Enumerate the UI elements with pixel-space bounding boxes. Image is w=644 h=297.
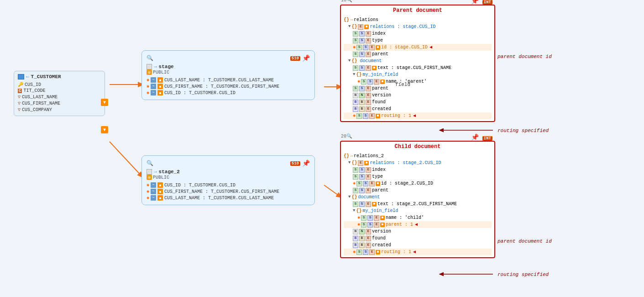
stage1-icon <box>147 64 152 69</box>
star6: ✱ <box>147 195 149 201</box>
filter-icon-1[interactable]: ▼ <box>101 99 108 106</box>
parent-routing: ✱ S S E ■ routing : 1 ◀ <box>344 112 492 119</box>
stage2-num-badge: 510 <box>290 161 300 166</box>
parent-relations-root: {} → relations <box>344 16 492 23</box>
stage1-box: 🔍 510 📌 → stage ⚙ PUBLIC ✱ ~ ■ CUS_LAST_… <box>141 50 315 100</box>
parent-type: S S E type <box>344 37 492 44</box>
child-type: S S E type <box>344 173 492 180</box>
field-label: field <box>395 82 410 87</box>
parent-doc-panel: Parent document 10🔍 📌 INT {} → relations… <box>340 5 495 122</box>
search-icon-stage1: 🔍 <box>147 55 153 62</box>
child-found: B B E found <box>344 235 492 242</box>
stage2-schema: ⚙ PUBLIC <box>147 175 310 180</box>
child-my-join-field: ▼ {} my_join_field <box>344 207 492 214</box>
parent-index: S S E index <box>344 30 492 37</box>
tilde6: ~ <box>151 195 156 201</box>
child-relations-node: ▼ {} E ■ relations : stage_2.CUS_ID <box>344 159 492 166</box>
stage1-schema: ⚙ PUBLIC <box>147 69 310 75</box>
v-icon1: ▽ <box>18 94 21 100</box>
child-doc-panel: Child document 20🔍 📌 INT {} → relations_… <box>340 141 495 258</box>
table-name: T_CUSTOMER <box>31 74 61 80</box>
parent-parent2: S S E parent <box>344 85 492 92</box>
stage1-title: → stage <box>147 64 310 69</box>
tilde5: ~ <box>151 189 156 194</box>
stage2-icon <box>147 169 152 175</box>
stage2-field-3: ✱ ~ ■ CUS_LAST_NAME : T_CUSTOMER.CUS_LAS… <box>147 195 310 201</box>
parent-document-node: ▼ {} document <box>344 58 492 64</box>
stage2-box: 🔍 510 📌 → stage_2 ⚙ PUBLIC ✱ ~ ■ CUS_ID … <box>141 155 315 205</box>
table-header: ← T_CUSTOMER <box>18 74 101 80</box>
parent-num: 10🔍 <box>341 0 352 3</box>
child-parent-id: ✱ S S E ■ parent : 1 ◀ <box>344 221 492 228</box>
stage2-field-1: ✱ ~ ■ CUS_ID : T_CUSTOMER.CUS_ID <box>147 182 310 188</box>
child-routing: ✱ S S E ■ routing : 1 ◀ <box>344 249 492 255</box>
tcustomer-table: ← T_CUSTOMER 🔑 CUS_ID C TIT_CODE ▽ CUS_L… <box>14 71 105 116</box>
child-text: S S E ■ text : stage_2.CUS_FIRST_NAME <box>344 201 492 207</box>
col-tit-code: C TIT_CODE <box>18 88 101 94</box>
col-cus-id: 🔑 CUS_ID <box>18 81 101 88</box>
tilde1: ~ <box>151 77 156 83</box>
child-name-field: ✱ S S E ■ name : 'child' <box>344 214 492 221</box>
pin-icon-parent: 📌 <box>471 0 479 5</box>
annotation-routing-2: routing specified <box>497 272 549 277</box>
col-cus-last-name: ▽ CUS_LAST_NAME <box>18 94 101 100</box>
parent-text: S S E ■ text : stage.CUS_FIRST_NAME <box>344 64 492 71</box>
parent-name-field: ✱ S S E ■ name : 'parent' <box>344 78 492 85</box>
col-cus-first-name: ▽ CUS_FIRST_NAME <box>18 100 101 106</box>
stage1-field-2: ✱ ~ ■ CUS_FIRST_NAME : T_CUSTOMER.CUS_FI… <box>147 83 310 90</box>
child-doc-title: Child document <box>344 143 492 150</box>
obox3: ■ <box>157 90 163 95</box>
tilde4: ~ <box>151 182 156 188</box>
schema-icon1: ⚙ <box>147 69 152 75</box>
col-cus-company: ▽ CUS_COMPANY <box>18 106 101 113</box>
star1: ✱ <box>147 77 149 83</box>
annotation-child-parent-id: parent document id <box>497 239 552 244</box>
stage1-header: 🔍 510 📌 <box>147 54 310 62</box>
stage2-header: 🔍 510 📌 <box>147 159 310 167</box>
child-num: 20🔍 <box>341 133 352 139</box>
child-id: ✱ S S E ■ id : stage_2.CUS_ID <box>344 180 492 187</box>
parent-found: B B E found <box>344 99 492 106</box>
search-icon-stage2: 🔍 <box>147 160 153 167</box>
child-parent: S S E parent <box>344 187 492 194</box>
obox5: ■ <box>157 189 163 194</box>
tilde3: ~ <box>151 90 156 95</box>
c-icon: C <box>18 89 22 93</box>
key-icon: 🔑 <box>18 82 23 87</box>
obox6: ■ <box>157 195 163 201</box>
parent-int-badge: INT <box>482 0 492 5</box>
arrows-layer <box>0 0 644 297</box>
pin-icon-stage2: 📌 <box>302 159 310 167</box>
parent-parent: S S E parent <box>344 51 492 58</box>
obox4: ■ <box>157 182 163 188</box>
parent-relations-node: ▼ {} E ■ relations : stage.CUS_ID <box>344 23 492 30</box>
obox1: ■ <box>157 77 163 83</box>
parent-created: B B E created <box>344 106 492 112</box>
pin-icon-stage1: 📌 <box>302 54 310 62</box>
parent-id: ✱ S S E ■ id : stage.CUS_ID ◀ <box>344 44 492 51</box>
filter-icon-2[interactable]: ▼ <box>101 126 108 133</box>
child-document-node: ▼ {} document <box>344 194 492 201</box>
child-version: N N E version <box>344 228 492 235</box>
stage1-field-1: ✱ ~ ■ CUS_LAST_NAME : T_CUSTOMER.CUS_LAS… <box>147 77 310 83</box>
stage1-name: stage <box>159 64 174 69</box>
child-index: S S E index <box>344 166 492 173</box>
star5: ✱ <box>147 189 149 194</box>
annotation-parent-id: parent document id <box>497 54 552 59</box>
parent-pin: 📌 INT <box>471 0 492 5</box>
parent-doc-title: Parent document <box>344 7 492 14</box>
stage2-name: stage_2 <box>159 169 180 175</box>
child-created: B B E created <box>344 242 492 249</box>
canvas: ← T_CUSTOMER 🔑 CUS_ID C TIT_CODE ▽ CUS_L… <box>0 0 644 297</box>
obox2: ■ <box>157 84 163 89</box>
child-pin: 📌 INT <box>471 133 492 141</box>
child-int-badge: INT <box>482 136 492 141</box>
stage2-title: → stage_2 <box>147 169 310 175</box>
parent-my-join-field: ▼ {} my_join_field <box>344 71 492 78</box>
schema-icon2: ⚙ <box>147 175 152 180</box>
stage2-field-2: ✱ ~ ■ CUS_FIRST_NAME : T_CUSTOMER.CUS_FI… <box>147 188 310 195</box>
stage1-num-badge: 510 <box>290 56 300 61</box>
child-relations-root: {} → relations_2 <box>344 153 492 159</box>
v-icon2: ▽ <box>18 101 21 106</box>
v-icon3: ▽ <box>18 107 21 112</box>
